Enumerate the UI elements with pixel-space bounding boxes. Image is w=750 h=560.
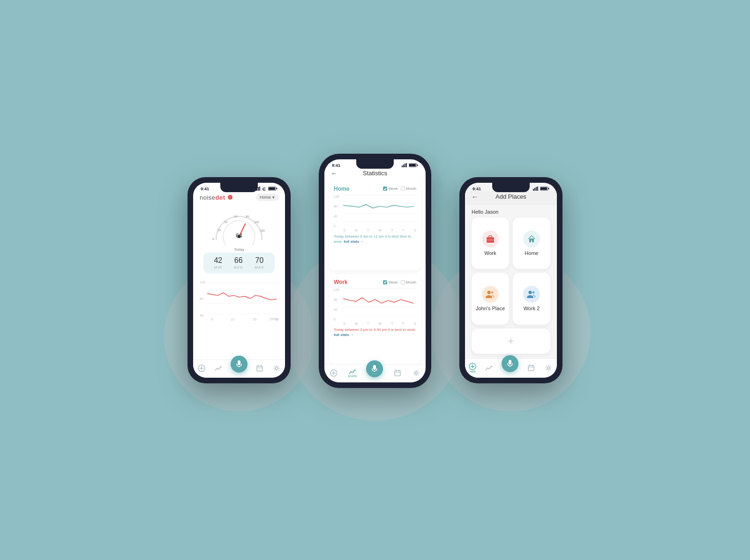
- add-place-button[interactable]: +: [472, 329, 550, 354]
- svg-text:!: !: [229, 196, 230, 199]
- work2-place-card[interactable]: Work 2: [513, 273, 550, 325]
- add-nav-label: ADD: [470, 370, 476, 373]
- stats-content: Home Week: [324, 181, 426, 364]
- svg-rect-37: [405, 164, 405, 167]
- gauge-svg: 0 20 40 60 80 100 120: [206, 208, 272, 246]
- week-toggle[interactable]: Week: [383, 187, 398, 191]
- home-line-chart: [343, 195, 416, 223]
- work-stat-card: Work Week: [329, 274, 421, 364]
- add-places-title: Add Places: [482, 193, 540, 200]
- svg-rect-3: [259, 187, 260, 191]
- mic-button2[interactable]: [366, 360, 383, 377]
- stats-nav-icon3[interactable]: [484, 363, 494, 373]
- johns-place-card[interactable]: John's Place: [472, 273, 509, 325]
- svg-rect-62: [536, 187, 537, 191]
- battery-icon2: [409, 163, 418, 167]
- month-toggle[interactable]: Month: [401, 187, 416, 191]
- svg-rect-78: [528, 366, 534, 371]
- back-arrow[interactable]: ←: [331, 170, 338, 177]
- svg-rect-7: [269, 187, 275, 190]
- svg-text:20: 20: [218, 228, 221, 231]
- svg-point-69: [488, 291, 491, 294]
- work-chart-inner: [343, 288, 416, 316]
- home-card-note: Today between 9 am to 11 am it is best t…: [334, 234, 416, 244]
- max-label: MAX: [255, 265, 264, 269]
- work-full-stats-link[interactable]: full stats →: [334, 333, 354, 337]
- svg-text:80: 80: [246, 214, 249, 217]
- stats-nav-label: STATS: [348, 375, 357, 378]
- svg-rect-6: [277, 188, 278, 189]
- logo: noisedet !: [200, 193, 232, 202]
- svg-rect-41: [409, 164, 416, 166]
- phone1-status-icons: ∈: [255, 187, 278, 191]
- location-label: Home: [260, 195, 271, 200]
- stat-max: 70 MAX: [255, 256, 264, 269]
- location-pill[interactable]: Home ▾: [256, 194, 278, 201]
- mic-button3[interactable]: [502, 355, 518, 372]
- phone2-wrapper: 9:41: [319, 154, 431, 388]
- settings-nav-icon[interactable]: [272, 364, 281, 373]
- work-card-title: Work: [334, 279, 348, 285]
- calendar-nav-icon[interactable]: [255, 364, 264, 373]
- phone2-notch: [356, 159, 394, 169]
- work-line-chart: [343, 288, 416, 316]
- phone1-chart: 120 80 40: [193, 276, 285, 359]
- work-month-toggle[interactable]: Month: [401, 280, 416, 284]
- mic-button[interactable]: [231, 356, 248, 373]
- battery-icon3: [540, 187, 549, 191]
- phone1-wrapper: 9:41 ∈: [188, 177, 291, 383]
- svg-rect-66: [540, 187, 547, 190]
- stats-nav-group[interactable]: STATS: [348, 368, 357, 378]
- avg-value: 66: [234, 256, 243, 265]
- svg-text:0: 0: [212, 237, 214, 240]
- work-place-card[interactable]: Work: [472, 217, 509, 269]
- people-icon: [485, 290, 495, 299]
- calendar-nav-icon2[interactable]: [393, 368, 402, 378]
- add-nav-icon[interactable]: [197, 364, 206, 373]
- home-chart-x-axis: SMTWTFS: [334, 229, 416, 232]
- month-label: Month: [406, 187, 416, 191]
- home-chart-inner: [343, 195, 416, 223]
- work-week-toggle[interactable]: Week: [383, 280, 398, 284]
- add-nav-group[interactable]: ADD: [469, 363, 476, 373]
- phone3-wrapper: 9:41: [459, 177, 562, 383]
- svg-rect-76: [509, 360, 511, 365]
- logo-text: noisedet !: [200, 194, 232, 201]
- svg-point-72: [532, 291, 535, 294]
- add-nav-icon2[interactable]: [329, 368, 338, 378]
- gauge-container: 0 20 40 60 80 100 120: [193, 205, 285, 247]
- svg-text:40: 40: [224, 220, 227, 224]
- week-label: Week: [388, 187, 398, 191]
- phone2-bottom-nav: STATS: [324, 364, 426, 382]
- svg-point-82: [547, 366, 549, 369]
- phone3-back-arrow[interactable]: ←: [472, 193, 478, 201]
- stats-row: 42 MIN 66 AVG 70 MAX: [203, 253, 275, 273]
- svg-rect-61: [534, 188, 535, 191]
- phone2-header: ← Statistics: [324, 168, 426, 181]
- max-value: 70: [255, 256, 264, 265]
- stats-nav-icon[interactable]: [214, 364, 223, 373]
- month-check-icon: [401, 187, 405, 191]
- calendar-nav-icon3[interactable]: [526, 363, 536, 373]
- phone1-header: noisedet ! Home ▾: [193, 191, 285, 205]
- settings-nav-icon3[interactable]: [544, 363, 553, 373]
- settings-nav-icon2[interactable]: [412, 368, 421, 378]
- home-full-stats-link[interactable]: full stats →: [344, 239, 364, 244]
- svg-rect-53: [373, 365, 376, 370]
- svg-rect-40: [417, 164, 418, 166]
- phone1-notch: [220, 183, 258, 192]
- min-label: MIN: [214, 265, 222, 269]
- home-place-card[interactable]: Home: [513, 217, 550, 269]
- svg-text:60: 60: [234, 214, 237, 217]
- work-card-header: Work Week: [334, 279, 416, 285]
- home-stat-card: Home Week: [329, 181, 421, 271]
- phone2-screen: 9:41: [324, 159, 426, 382]
- phone1-bottom-nav: [193, 359, 285, 378]
- work2-place-name: Work 2: [524, 306, 540, 311]
- work-week-check-icon: [383, 280, 387, 284]
- svg-point-59: [415, 372, 417, 374]
- stat-min: 42 MIN: [214, 256, 222, 269]
- home-card-title: Home: [334, 186, 349, 192]
- home-chart-area: 12080400: [334, 195, 416, 228]
- svg-point-34: [276, 367, 278, 369]
